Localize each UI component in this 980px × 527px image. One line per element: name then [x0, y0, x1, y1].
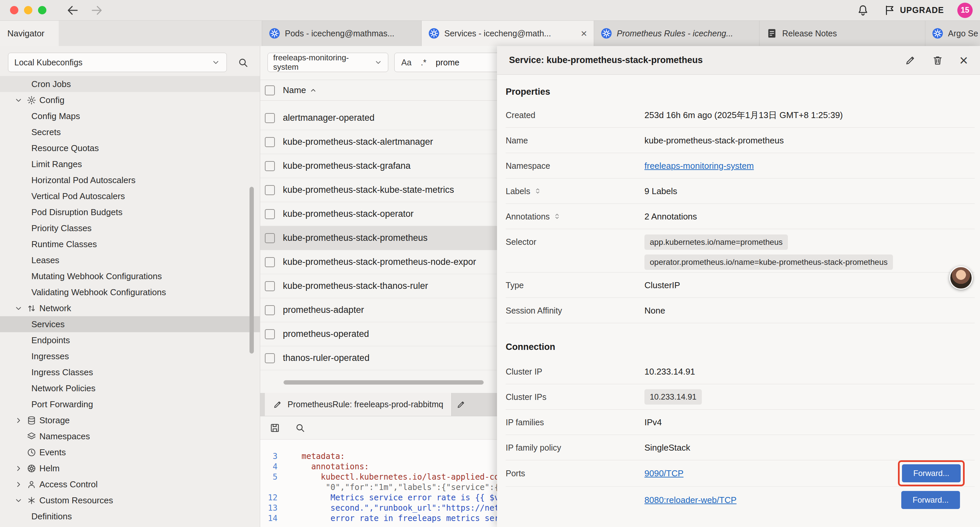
- table-row-prometheus-adapter[interactable]: prometheus-adapter: [260, 298, 497, 322]
- row-checkbox[interactable]: [265, 113, 275, 123]
- search-input[interactable]: prome: [436, 58, 459, 67]
- sidebar-item-secrets[interactable]: Secrets: [0, 124, 260, 140]
- table-row-thanos-ruler-operated[interactable]: thanos-ruler-operated: [260, 346, 497, 370]
- save-icon[interactable]: [269, 423, 280, 433]
- sidebar-item-network-policies[interactable]: Network Policies: [0, 380, 260, 396]
- port-link[interactable]: 9090/TCP: [644, 468, 684, 479]
- sidebar-item-vertical-pod-autoscalers[interactable]: Vertical Pod Autoscalers: [0, 188, 260, 204]
- window-close-button[interactable]: [10, 6, 18, 14]
- upgrade-button[interactable]: UPGRADE: [884, 4, 944, 16]
- sidebar-item-config-maps[interactable]: Config Maps: [0, 108, 260, 124]
- tab-services-icecheng-math[interactable]: Services - icecheng@math...×: [422, 21, 594, 46]
- sidebar-item-endpoints[interactable]: Endpoints: [0, 332, 260, 348]
- sidebar-item-access-control[interactable]: Access Control: [0, 476, 260, 492]
- window-minimize-button[interactable]: [24, 6, 32, 14]
- editor-doc-tab-next[interactable]: [452, 393, 470, 416]
- sidebar-item-mutating-webhook-configurations[interactable]: Mutating Webhook Configurations: [0, 268, 260, 284]
- user-avatar[interactable]: [949, 266, 973, 290]
- row-checkbox[interactable]: [265, 353, 275, 363]
- table-row-kube-prometheus-stack-prometheus[interactable]: kube-prometheus-stack-prometheus: [260, 226, 497, 250]
- row-checkbox[interactable]: [265, 257, 275, 267]
- forward-button[interactable]: Forward...: [901, 491, 960, 509]
- horizontal-scrollbar[interactable]: [283, 380, 484, 385]
- property-label: IP family policy: [506, 443, 561, 452]
- namespace-link[interactable]: freeleaps-monitoring-system: [644, 161, 754, 171]
- sidebar-item-validating-webhook-configurations[interactable]: Validating Webhook Configurations: [0, 284, 260, 300]
- table-row-kube-prometheus-stack-operator[interactable]: kube-prometheus-stack-operator: [260, 202, 497, 226]
- line-number: 3: [260, 452, 282, 461]
- edit-pencil-icon[interactable]: [905, 55, 916, 66]
- forward-button[interactable]: Forward...: [902, 464, 961, 482]
- sidebar-search-icon[interactable]: [237, 57, 249, 68]
- sidebar-item-label: Namespaces: [39, 431, 90, 442]
- row-checkbox[interactable]: [265, 305, 275, 315]
- table-row-kube-prometheus-stack-prometheus-node-expor[interactable]: kube-prometheus-stack-prometheus-node-ex…: [260, 250, 497, 274]
- sidebar-item-port-forwarding[interactable]: Port Forwarding: [0, 396, 260, 412]
- table-row-kube-prometheus-stack-kube-state-metrics[interactable]: kube-prometheus-stack-kube-state-metrics: [260, 178, 497, 202]
- editor-tab-bar: PrometheusRule: freeleaps-prod-rabbitmq: [260, 393, 497, 416]
- notifications-bell-icon[interactable]: [857, 4, 869, 17]
- property-label: Cluster IPs: [506, 392, 546, 401]
- tab-close-icon[interactable]: ×: [578, 27, 587, 40]
- tab-argo-se[interactable]: Argo Se: [925, 21, 980, 46]
- match-case-toggle[interactable]: Aa: [401, 58, 412, 67]
- sidebar-item-priority-classes[interactable]: Priority Classes: [0, 220, 260, 236]
- sidebar-item-definitions[interactable]: Definitions: [0, 508, 260, 524]
- sidebar-item-label: Config: [39, 95, 64, 105]
- sidebar-item-pod-disruption-budgets[interactable]: Pod Disruption Budgets: [0, 204, 260, 220]
- sidebar-item-namespaces[interactable]: Namespaces: [0, 428, 260, 444]
- line-number: 12: [260, 493, 282, 502]
- table-row-kube-prometheus-stack-grafana[interactable]: kube-prometheus-stack-grafana: [260, 154, 497, 178]
- yaml-editor[interactable]: 3metadata:4 annotations:5 kubectl.kubern…: [260, 439, 497, 527]
- back-arrow-icon[interactable]: [66, 4, 80, 17]
- notification-count-badge[interactable]: 15: [957, 3, 973, 18]
- sidebar-item-leases[interactable]: Leases: [0, 252, 260, 268]
- row-checkbox[interactable]: [265, 185, 275, 195]
- editor-doc-tab[interactable]: PrometheusRule: freeleaps-prod-rabbitmq: [265, 393, 452, 416]
- sidebar-item-storage[interactable]: Storage: [0, 412, 260, 428]
- sidebar-item-resource-quotas[interactable]: Resource Quotas: [0, 140, 260, 156]
- tab-prometheus-rules-icecheng[interactable]: Prometheus Rules - icecheng...: [594, 21, 759, 46]
- sidebar-item-ingress-classes[interactable]: Ingress Classes: [0, 364, 260, 380]
- sidebar-item-config[interactable]: Config: [0, 92, 260, 108]
- sidebar-item-ingresses[interactable]: Ingresses: [0, 348, 260, 364]
- table-row-kube-prometheus-stack-thanos-ruler[interactable]: kube-prometheus-stack-thanos-ruler: [260, 274, 497, 298]
- namespace-selector[interactable]: freeleaps-monitoring-system: [267, 53, 388, 72]
- row-checkbox[interactable]: [265, 137, 275, 147]
- sidebar-item-services[interactable]: Services: [0, 316, 260, 332]
- row-checkbox[interactable]: [265, 161, 275, 171]
- row-checkbox[interactable]: [265, 329, 275, 339]
- sidebar-item-events[interactable]: Events: [0, 444, 260, 460]
- select-all-checkbox[interactable]: [265, 85, 275, 96]
- service-name: thanos-ruler-operated: [283, 353, 369, 363]
- port-link[interactable]: 8080:reloader-web/TCP: [644, 495, 737, 505]
- regex-toggle[interactable]: .*: [421, 58, 426, 67]
- sidebar-item-runtime-classes[interactable]: Runtime Classes: [0, 236, 260, 252]
- sidebar-item-horizontal-pod-autoscalers[interactable]: Horizontal Pod Autoscalers: [0, 172, 260, 188]
- row-checkbox[interactable]: [265, 209, 275, 219]
- service-name: kube-prometheus-stack-grafana: [283, 161, 410, 171]
- table-search-box[interactable]: Aa .* prome: [394, 53, 497, 72]
- property-label: Type: [506, 280, 524, 290]
- table-row-alertmanager-operated[interactable]: alertmanager-operated: [260, 106, 497, 130]
- forward-arrow-icon[interactable]: [90, 4, 103, 17]
- kubeconfig-selector[interactable]: Local Kubeconfigs: [8, 53, 227, 72]
- tab-label: Pods - icecheng@mathmas...: [285, 29, 394, 38]
- sidebar-scrollbar[interactable]: [250, 187, 254, 353]
- sidebar-item-helm[interactable]: Helm: [0, 460, 260, 476]
- name-column-header[interactable]: Name: [283, 85, 317, 96]
- tab-release-notes[interactable]: Release Notes: [759, 21, 925, 46]
- editor-search-icon[interactable]: [295, 423, 305, 433]
- sidebar-item-limit-ranges[interactable]: Limit Ranges: [0, 156, 260, 172]
- row-checkbox[interactable]: [265, 233, 275, 243]
- close-icon[interactable]: ×: [959, 53, 968, 68]
- sidebar-item-custom-resources[interactable]: Custom Resources: [0, 492, 260, 508]
- row-checkbox[interactable]: [265, 281, 275, 291]
- window-zoom-button[interactable]: [38, 6, 46, 14]
- table-row-prometheus-operated[interactable]: prometheus-operated: [260, 322, 497, 346]
- table-row-kube-prometheus-stack-alertmanager[interactable]: kube-prometheus-stack-alertmanager: [260, 130, 497, 154]
- sidebar-item-network[interactable]: Network: [0, 300, 260, 316]
- tab-pods-icecheng-mathmas[interactable]: Pods - icecheng@mathmas...: [262, 21, 422, 46]
- sidebar-item-cron-jobs[interactable]: Cron Jobs: [0, 76, 260, 92]
- delete-trash-icon[interactable]: [932, 55, 943, 66]
